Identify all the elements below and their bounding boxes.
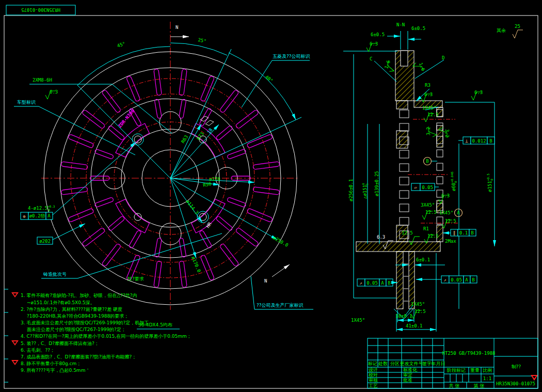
tech-req-line: 4. C??和D??在同一?周上的壁厚差小于0.015,在同一径向的壁厚差小于0… (21, 334, 192, 339)
dim-d60: ø60+0.0460 (450, 171, 457, 191)
dim-41x01: 41±0.1 (406, 323, 423, 328)
vent-slot-inner (154, 99, 162, 119)
tech-req-line: 3. 毛皮面未注公差尺寸的?限按QC/T269-1999的?定，机加工 (21, 320, 149, 325)
logo-callout: 五菱及??公司标识 (242, 54, 310, 107)
drawing-number-stamp: HR35N300-01075 (6, 5, 75, 15)
hidden-slot-line (400, 191, 409, 198)
vent-slot-inner (154, 238, 162, 258)
part-name: 制?? (512, 364, 521, 369)
runout-datum-a: A (381, 280, 384, 286)
hidden-slot-line (437, 177, 443, 184)
dim-angle-45: 45° (117, 41, 126, 49)
tech-req-title: 技?要求 (127, 276, 144, 281)
inspection-mark-icon (531, 375, 538, 381)
finish-63: 6.3 (370, 41, 378, 46)
tech-req-line: 8. 静不平衡量小于80g.cm； (21, 361, 81, 366)
runout-frame-right: ↗ 0.05 A B (416, 276, 477, 283)
role-label: 审定 (403, 372, 412, 378)
vent-slot-inner (227, 197, 247, 208)
hub-wall-segment (396, 131, 408, 148)
runout-icon: ↗ (443, 277, 446, 283)
section-title: N-N (396, 22, 405, 27)
thread-callout: 2XM8-6H 6.3 (29, 77, 172, 133)
vent-slot-inner (94, 197, 114, 208)
dim-d114: ø114.3 (185, 199, 199, 215)
vent-slot-outer (68, 134, 94, 148)
rev-header: 标记 (368, 361, 377, 366)
thread-hole-slot (401, 51, 408, 66)
dim-d170-2: ø170.0 (190, 256, 201, 273)
drawing-number: HR35N300-01075 (496, 381, 535, 386)
runout-datum-b: B (472, 277, 474, 283)
dim-6x05-right: 6±0.5 (411, 26, 425, 31)
runout-datum-b: B (388, 280, 390, 286)
hub-wall-segment (396, 101, 408, 109)
finish-63-white: 6.3 (377, 234, 385, 240)
runout-icon: ↗ (359, 280, 362, 286)
vent-slot-inner (216, 125, 233, 140)
thread-finish: 6.3 (50, 89, 58, 95)
rev-header: 签字 (422, 361, 432, 366)
vent-slot-outer (154, 261, 162, 288)
stage-header: 重量 (470, 368, 480, 373)
vent-slot-outer (102, 243, 121, 267)
friction-plate-right (409, 252, 415, 309)
chamfer-3x45: 3X45° (421, 202, 435, 208)
thread-label: 2XM8-6H (33, 77, 52, 83)
datum-b-letter: B (426, 159, 428, 164)
face-label-d: D (442, 55, 444, 60)
vent-slot-outer (61, 162, 88, 170)
chamfer-1x45: 1X45° (411, 302, 425, 307)
tech-req-line: ~ø151.0/.1外?有ø0.5X0.5深。 (27, 300, 95, 305)
vent-slot-outer (61, 187, 88, 195)
hidden-slot-line (400, 217, 409, 225)
rev-header: 处数 (378, 361, 388, 366)
dim-angle-25: 25° (198, 37, 207, 44)
position-datum: A (47, 213, 51, 218)
disc-plate-section (356, 242, 440, 252)
dim-6x01: 6±0.1 (416, 257, 430, 262)
tech-req-line: ?180-220HB,其余?符合GB9439-1988的要求； (27, 313, 129, 319)
role-label: 工艺 (369, 383, 378, 388)
section-view: N-N (343, 22, 495, 332)
model-id-callout: 车型标识 (14, 100, 135, 155)
section-letter-n-bottom: N (264, 278, 267, 284)
chamfer-1x45: 1X45° (422, 105, 436, 111)
hidden-slot-line (400, 204, 409, 212)
tech-req-line: 5. 装??，C、D?摩擦面不得沾有油?； (21, 341, 99, 346)
vent-slot-inner (179, 238, 186, 258)
vent-slot-outer (253, 187, 280, 195)
dim-6x05-left: 6±0.5 (371, 32, 385, 37)
vent-slot-inner (199, 230, 212, 248)
logo-label: 五菱及??公司标识 (273, 54, 310, 59)
dim-18x01: 18±0.1 (395, 313, 412, 319)
section-arrow-top: N (170, 25, 189, 37)
finish-125: 12.5 (427, 233, 439, 239)
finish-63: 6.3 (441, 193, 450, 198)
manufacturer-callout: ??公司及生产厂家标识 (251, 276, 313, 309)
finish-16: 1.6 (384, 60, 391, 70)
vent-slot-inner (108, 125, 125, 140)
dim-18: 18 (206, 128, 213, 135)
perp-value: 0.012 (472, 138, 486, 144)
cad-canvas: HR35N300-01075 其余 25 45 (0, 0, 542, 392)
runout-datum-a: A (465, 277, 468, 283)
sheet-border (4, 15, 538, 388)
scale-value: 1:1 (483, 376, 491, 381)
finish-125: 12.5 (402, 230, 413, 236)
tech-req-line: 7. 成品表面防?，C、D?摩擦面装??防?油用干布能擦?； (21, 354, 136, 359)
drawing-number-stamp-text: HR35N300-01075 (21, 7, 60, 12)
runout-value: 0.05 (366, 280, 378, 286)
dim-r50: R50 (202, 181, 212, 188)
chamfer-1x45-left: 1X45° (351, 318, 365, 323)
role-label: 校对 (369, 372, 378, 378)
friction-plate-left (396, 252, 403, 309)
dim-r1: R1 (423, 226, 429, 231)
tech-req-line: 6. 去毛刺、??； (21, 348, 55, 353)
datum-a: A (455, 209, 463, 217)
rev-header: 更改文件号 (400, 361, 423, 366)
manufacturer-label: ??公司及生产厂家标识 (257, 303, 304, 308)
role-label: 审核 (369, 378, 378, 383)
dim-d139: ø139±0.25 (374, 171, 379, 196)
hidden-slot-line (437, 150, 443, 157)
